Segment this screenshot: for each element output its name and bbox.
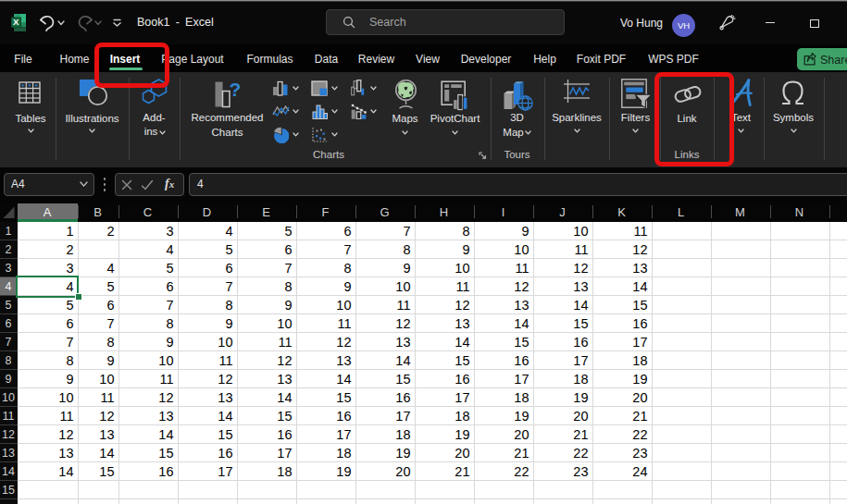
svg-text:?: ? [230,80,242,100]
svg-text:X: X [13,17,19,27]
